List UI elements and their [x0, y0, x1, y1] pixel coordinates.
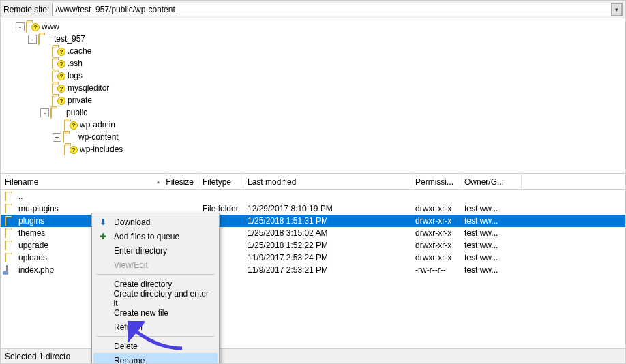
cell-permissions: drwxr-xr-x — [411, 204, 460, 213]
cell-modified: 11/9/2017 2:53:21 PM — [243, 265, 411, 275]
tree-spacer — [40, 59, 50, 68]
tree-item[interactable]: -?www — [1, 20, 625, 33]
tree-item[interactable]: ?mysqleditor — [1, 82, 625, 94]
menu-item-label: Rename — [114, 356, 145, 365]
menu-item-download[interactable]: ⬇Download — [93, 215, 218, 229]
file-row[interactable]: .. — [1, 190, 625, 202]
tree-item-label: mysqleditor — [65, 82, 111, 93]
menu-separator — [96, 274, 215, 275]
remote-site-label: Remote site: — [3, 5, 49, 14]
remote-site-bar: Remote site: ▾ — [1, 1, 625, 18]
cell-modified: 1/25/2018 1:52:22 PM — [243, 241, 411, 250]
menu-item-label: View/Edit — [114, 260, 148, 270]
cell-filename: .. — [1, 192, 164, 201]
unknown-status-icon: ? — [57, 60, 65, 68]
filename-label: upgrade — [18, 241, 48, 250]
col-owner[interactable]: Owner/G... — [460, 174, 522, 189]
menu-item-delete[interactable]: Delete — [93, 339, 218, 353]
filename-label: .. — [18, 192, 23, 201]
remote-tree[interactable]: -?www-test_957?.cache?.ssh?logs?mysqledi… — [1, 18, 625, 174]
tree-spacer — [53, 145, 63, 154]
cell-owner: test ww... — [460, 216, 522, 226]
tree-item[interactable]: +wp-content — [1, 131, 625, 143]
cell-permissions: drwxr-xr-x — [411, 228, 460, 238]
tree-item[interactable]: ?.ssh — [1, 57, 625, 70]
tree-spacer — [40, 72, 50, 80]
tree-item-label: test_957 — [52, 33, 87, 44]
remote-site-dropdown[interactable]: ▾ — [611, 3, 622, 16]
cell-filename: mu-plugins — [1, 204, 164, 213]
menu-item-label: Refresh — [114, 322, 143, 332]
download-icon: ⬇ — [98, 217, 108, 228]
menu-item-label: Create new file — [114, 308, 168, 318]
remote-site-input[interactable] — [52, 3, 623, 16]
cell-owner: test ww... — [460, 253, 522, 262]
collapse-icon[interactable]: - — [40, 108, 49, 117]
tree-item-label: private — [65, 95, 94, 106]
cell-filetype: File folder — [198, 204, 243, 213]
col-filetype[interactable]: Filetype — [198, 174, 243, 189]
tree-item[interactable]: -test_957 — [1, 33, 625, 45]
blank-icon — [98, 341, 108, 352]
blank-icon — [98, 279, 108, 290]
menu-item-label: Delete — [114, 342, 138, 351]
collapse-icon[interactable]: - — [28, 35, 37, 44]
folder-icon: ? — [64, 120, 75, 130]
menu-item-label: Enter directory — [114, 246, 167, 256]
filename-label: themes — [18, 228, 45, 238]
folder-icon — [5, 192, 16, 201]
tree-item[interactable]: -public — [1, 106, 625, 119]
cell-modified: 1/25/2018 3:15:02 AM — [243, 228, 411, 238]
tree-item[interactable]: ?logs — [1, 70, 625, 82]
unknown-status-icon: ? — [70, 146, 78, 154]
tree-item[interactable]: ?wp-includes — [1, 143, 625, 155]
cell-modified: 11/9/2017 2:53:24 PM — [243, 253, 411, 262]
menu-item-refresh[interactable]: Refresh — [93, 320, 218, 334]
menu-item-create-directory-and-enter-it[interactable]: Create directory and enter it — [93, 291, 218, 305]
sort-asc-icon: ▴ — [157, 179, 160, 185]
col-permissions[interactable]: Permissi... — [411, 174, 460, 189]
tree-item[interactable]: ?private — [1, 94, 625, 106]
col-filesize[interactable]: Filesize — [164, 174, 198, 189]
unknown-status-icon: ? — [31, 23, 40, 31]
menu-item-enter-directory[interactable]: Enter directory — [93, 243, 218, 258]
folder-icon: ? — [52, 71, 63, 80]
folder-icon — [38, 34, 49, 44]
expand-icon[interactable]: + — [53, 133, 61, 142]
tree-item-label: wp-includes — [78, 144, 125, 155]
cell-owner: test ww... — [460, 204, 522, 213]
tree-spacer — [53, 121, 63, 130]
folder-icon: ? — [52, 46, 63, 56]
filename-label: uploads — [18, 253, 47, 262]
folder-icon: ? — [52, 95, 63, 105]
folder-icon: ? — [52, 59, 63, 68]
blank-icon — [98, 293, 108, 304]
menu-item-add-files-to-queue[interactable]: ✚Add files to queue — [93, 229, 218, 243]
collapse-icon[interactable]: - — [16, 22, 25, 31]
tree-item[interactable]: ?wp-admin — [1, 119, 625, 131]
folder-icon — [5, 204, 16, 213]
php-file-icon — [5, 265, 16, 275]
menu-item-rename[interactable]: Rename — [93, 353, 218, 364]
folder-icon: ? — [26, 22, 37, 31]
cell-permissions: drwxr-xr-x — [411, 253, 460, 262]
tree-item-label: wp-admin — [78, 119, 117, 130]
cell-modified: 1/25/2018 1:51:31 PM — [243, 216, 411, 226]
tree-item-label: www — [40, 21, 61, 32]
folder-icon — [5, 216, 16, 226]
menu-item-label: Add files to queue — [114, 232, 179, 241]
context-menu[interactable]: ⬇Download✚Add files to queueEnter direct… — [91, 213, 220, 364]
folder-open-icon — [63, 132, 74, 142]
tree-item[interactable]: ?.cache — [1, 45, 625, 57]
cell-modified: 12/29/2017 8:10:19 PM — [243, 204, 411, 213]
unknown-status-icon: ? — [57, 72, 65, 80]
tree-spacer — [40, 84, 50, 93]
col-modified[interactable]: Last modified — [243, 174, 411, 189]
blank-icon — [98, 307, 108, 318]
folder-icon — [5, 253, 16, 262]
tree-item-label: .cache — [65, 46, 93, 57]
tree-spacer — [40, 96, 50, 105]
tree-item-label: public — [64, 107, 89, 118]
col-filename[interactable]: Filename ▴ — [1, 174, 164, 189]
folder-icon: ? — [64, 145, 75, 154]
